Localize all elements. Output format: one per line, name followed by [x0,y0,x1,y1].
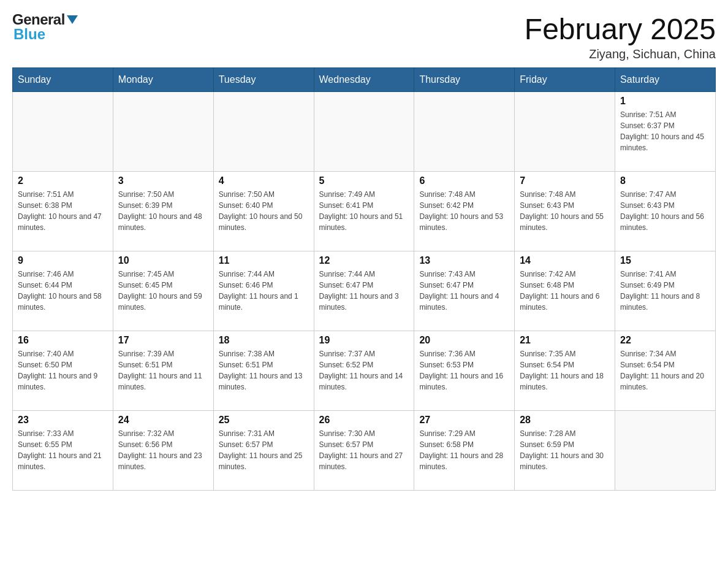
table-row: 16 Sunrise: 7:40 AM Sunset: 6:50 PM Dayl… [13,331,113,411]
table-row: 12 Sunrise: 7:44 AM Sunset: 6:47 PM Dayl… [314,251,414,331]
table-row: 23 Sunrise: 7:33 AM Sunset: 6:55 PM Dayl… [13,411,113,491]
logo-arrow-icon [67,15,78,26]
day-number: 4 [219,175,309,186]
calendar-table: Sunday Monday Tuesday Wednesday Thursday… [12,67,716,491]
table-row: 11 Sunrise: 7:44 AM Sunset: 6:46 PM Dayl… [213,251,314,331]
day-info: Sunrise: 7:44 AM Sunset: 6:46 PM Dayligh… [219,269,309,313]
day-info: Sunrise: 7:51 AM Sunset: 6:38 PM Dayligh… [18,189,108,233]
calendar-header-row: Sunday Monday Tuesday Wednesday Thursday… [13,68,716,92]
table-row: 17 Sunrise: 7:39 AM Sunset: 6:51 PM Dayl… [113,331,213,411]
header-monday: Monday [113,68,213,92]
table-row [314,92,414,172]
day-info: Sunrise: 7:32 AM Sunset: 6:56 PM Dayligh… [118,428,208,472]
header-sunday: Sunday [13,68,113,92]
table-row [113,92,213,172]
table-row [615,411,716,491]
table-row: 9 Sunrise: 7:46 AM Sunset: 6:44 PM Dayli… [13,251,113,331]
header-thursday: Thursday [414,68,515,92]
day-number: 9 [18,255,108,266]
day-number: 23 [18,415,108,426]
day-info: Sunrise: 7:34 AM Sunset: 6:54 PM Dayligh… [620,348,710,393]
day-number: 20 [419,335,509,346]
day-number: 11 [219,255,309,266]
table-row: 21 Sunrise: 7:35 AM Sunset: 6:54 PM Dayl… [515,331,615,411]
day-info: Sunrise: 7:37 AM Sunset: 6:52 PM Dayligh… [319,348,409,393]
logo-general-text: General [12,12,65,27]
day-info: Sunrise: 7:31 AM Sunset: 6:57 PM Dayligh… [219,428,309,472]
day-info: Sunrise: 7:46 AM Sunset: 6:44 PM Dayligh… [18,269,108,313]
table-row: 20 Sunrise: 7:36 AM Sunset: 6:53 PM Dayl… [414,331,515,411]
table-row [414,92,515,172]
table-row [13,92,113,172]
day-number: 10 [118,255,208,266]
table-row: 15 Sunrise: 7:41 AM Sunset: 6:49 PM Dayl… [615,251,716,331]
day-number: 3 [118,175,208,186]
day-info: Sunrise: 7:50 AM Sunset: 6:39 PM Dayligh… [118,189,208,233]
table-row [213,92,314,172]
day-number: 14 [520,255,610,266]
day-info: Sunrise: 7:42 AM Sunset: 6:48 PM Dayligh… [520,269,610,313]
page-header: General Blue February 2025 Ziyang, Sichu… [12,12,716,61]
day-info: Sunrise: 7:50 AM Sunset: 6:40 PM Dayligh… [219,189,309,233]
header-saturday: Saturday [615,68,716,92]
day-number: 22 [620,335,710,346]
table-row: 10 Sunrise: 7:45 AM Sunset: 6:45 PM Dayl… [113,251,213,331]
header-wednesday: Wednesday [314,68,414,92]
table-row: 19 Sunrise: 7:37 AM Sunset: 6:52 PM Dayl… [314,331,414,411]
calendar-week-row: 9 Sunrise: 7:46 AM Sunset: 6:44 PM Dayli… [13,251,716,331]
day-number: 5 [319,175,409,186]
day-number: 6 [419,175,509,186]
day-number: 24 [118,415,208,426]
table-row: 28 Sunrise: 7:28 AM Sunset: 6:59 PM Dayl… [515,411,615,491]
svg-marker-0 [67,15,78,24]
day-number: 17 [118,335,208,346]
table-row: 26 Sunrise: 7:30 AM Sunset: 6:57 PM Dayl… [314,411,414,491]
day-number: 21 [520,335,610,346]
month-title: February 2025 [525,12,716,46]
logo: General Blue [12,12,78,42]
day-info: Sunrise: 7:30 AM Sunset: 6:57 PM Dayligh… [319,428,409,472]
table-row: 5 Sunrise: 7:49 AM Sunset: 6:41 PM Dayli… [314,172,414,251]
day-number: 13 [419,255,509,266]
day-number: 25 [219,415,309,426]
day-number: 27 [419,415,509,426]
table-row: 8 Sunrise: 7:47 AM Sunset: 6:43 PM Dayli… [615,172,716,251]
day-number: 8 [620,175,710,186]
table-row: 13 Sunrise: 7:43 AM Sunset: 6:47 PM Dayl… [414,251,515,331]
table-row: 2 Sunrise: 7:51 AM Sunset: 6:38 PM Dayli… [13,172,113,251]
day-info: Sunrise: 7:36 AM Sunset: 6:53 PM Dayligh… [419,348,509,393]
table-row: 24 Sunrise: 7:32 AM Sunset: 6:56 PM Dayl… [113,411,213,491]
table-row: 22 Sunrise: 7:34 AM Sunset: 6:54 PM Dayl… [615,331,716,411]
day-info: Sunrise: 7:43 AM Sunset: 6:47 PM Dayligh… [419,269,509,313]
day-number: 7 [520,175,610,186]
table-row: 3 Sunrise: 7:50 AM Sunset: 6:39 PM Dayli… [113,172,213,251]
day-number: 26 [319,415,409,426]
calendar-week-row: 16 Sunrise: 7:40 AM Sunset: 6:50 PM Dayl… [13,331,716,411]
day-number: 1 [620,96,710,107]
table-row: 4 Sunrise: 7:50 AM Sunset: 6:40 PM Dayli… [213,172,314,251]
header-friday: Friday [515,68,615,92]
day-info: Sunrise: 7:38 AM Sunset: 6:51 PM Dayligh… [219,348,309,393]
day-info: Sunrise: 7:39 AM Sunset: 6:51 PM Dayligh… [118,348,208,393]
location-text: Ziyang, Sichuan, China [525,47,716,61]
day-info: Sunrise: 7:28 AM Sunset: 6:59 PM Dayligh… [520,428,610,472]
day-info: Sunrise: 7:33 AM Sunset: 6:55 PM Dayligh… [18,428,108,472]
header-tuesday: Tuesday [213,68,314,92]
day-number: 2 [18,175,108,186]
table-row: 6 Sunrise: 7:48 AM Sunset: 6:42 PM Dayli… [414,172,515,251]
day-number: 18 [219,335,309,346]
calendar-week-row: 23 Sunrise: 7:33 AM Sunset: 6:55 PM Dayl… [13,411,716,491]
day-number: 16 [18,335,108,346]
day-info: Sunrise: 7:35 AM Sunset: 6:54 PM Dayligh… [520,348,610,393]
table-row: 27 Sunrise: 7:29 AM Sunset: 6:58 PM Dayl… [414,411,515,491]
day-info: Sunrise: 7:48 AM Sunset: 6:42 PM Dayligh… [419,189,509,233]
table-row [515,92,615,172]
table-row: 18 Sunrise: 7:38 AM Sunset: 6:51 PM Dayl… [213,331,314,411]
day-info: Sunrise: 7:49 AM Sunset: 6:41 PM Dayligh… [319,189,409,233]
calendar-week-row: 2 Sunrise: 7:51 AM Sunset: 6:38 PM Dayli… [13,172,716,251]
day-number: 15 [620,255,710,266]
day-info: Sunrise: 7:51 AM Sunset: 6:37 PM Dayligh… [620,109,710,153]
day-info: Sunrise: 7:40 AM Sunset: 6:50 PM Dayligh… [18,348,108,393]
day-info: Sunrise: 7:41 AM Sunset: 6:49 PM Dayligh… [620,269,710,313]
day-number: 12 [319,255,409,266]
